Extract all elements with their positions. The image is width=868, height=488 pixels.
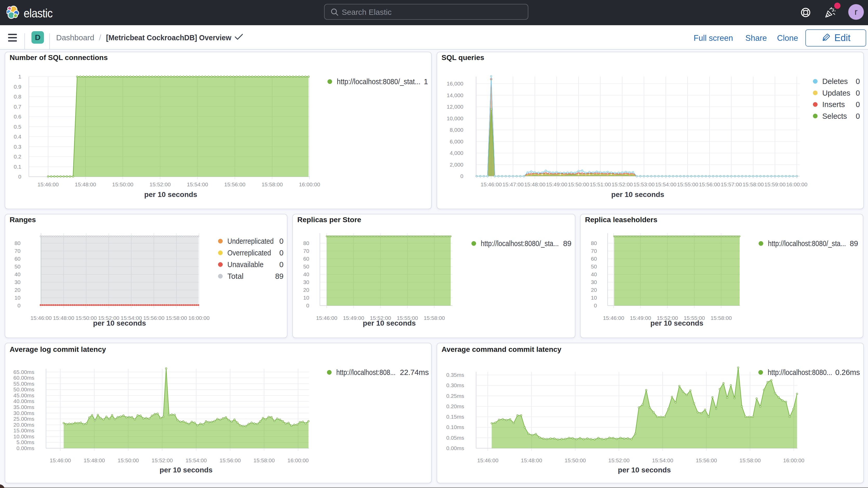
svg-text:per 10 seconds: per 10 seconds <box>363 319 416 327</box>
svg-text:50.00ms: 50.00ms <box>13 387 34 392</box>
svg-text:15:49:00: 15:49:00 <box>343 315 364 321</box>
svg-text:0.30ms: 0.30ms <box>446 382 464 388</box>
svg-text:1: 1 <box>424 78 428 86</box>
svg-text:15:57:00: 15:57:00 <box>721 181 742 187</box>
svg-text:15:46:00: 15:46:00 <box>480 181 502 187</box>
svg-text:0.6: 0.6 <box>14 114 21 120</box>
svg-text:Replica leaseholders: Replica leaseholders <box>585 216 657 224</box>
svg-text:15:48:00: 15:48:00 <box>521 457 542 463</box>
svg-text:0.10ms: 0.10ms <box>446 424 464 430</box>
svg-text:60: 60 <box>14 256 21 262</box>
svg-text:40.00ms: 40.00ms <box>13 398 34 404</box>
svg-text:15.00ms: 15.00ms <box>13 427 34 433</box>
svg-text:5.00ms: 5.00ms <box>17 439 34 445</box>
svg-text:Number of SQL connections: Number of SQL connections <box>10 54 108 62</box>
svg-text:15:54:00: 15:54:00 <box>187 181 208 187</box>
svg-text:per 10 seconds: per 10 seconds <box>160 466 213 474</box>
svg-text:15:49:00: 15:49:00 <box>630 315 651 321</box>
svg-text:50: 50 <box>14 264 21 270</box>
svg-text:per 10 seconds: per 10 seconds <box>650 319 704 327</box>
svg-text:15:52:00: 15:52:00 <box>152 457 173 463</box>
svg-text:15:50:00: 15:50:00 <box>112 181 133 187</box>
svg-text:15:48:00: 15:48:00 <box>524 181 546 187</box>
svg-text:Overreplicated: Overreplicated <box>227 249 271 257</box>
svg-text:15:58:00: 15:58:00 <box>711 315 732 321</box>
svg-text:0.8: 0.8 <box>14 94 21 99</box>
svg-text:16,000: 16,000 <box>447 81 463 87</box>
svg-text:15:58:00: 15:58:00 <box>739 457 761 463</box>
svg-text:70: 70 <box>303 248 309 254</box>
svg-text:Unavailable: Unavailable <box>227 261 264 269</box>
svg-text:20: 20 <box>14 287 21 293</box>
svg-text:Inserts: Inserts <box>822 100 845 109</box>
svg-text:16:00:00: 16:00:00 <box>188 315 210 321</box>
svg-text:15:48:00: 15:48:00 <box>75 181 96 187</box>
svg-text:40: 40 <box>303 271 309 277</box>
svg-text:15:59:00: 15:59:00 <box>764 181 786 187</box>
svg-text:6,000: 6,000 <box>450 139 463 145</box>
svg-text:15:46:00: 15:46:00 <box>316 315 337 321</box>
svg-text:89: 89 <box>850 239 858 248</box>
svg-text:0.2: 0.2 <box>14 154 21 159</box>
svg-text:15:46:00: 15:46:00 <box>37 181 59 187</box>
svg-text:16:00:00: 16:00:00 <box>786 181 807 187</box>
svg-text:10.00ms: 10.00ms <box>13 433 34 439</box>
svg-text:0: 0 <box>279 237 283 245</box>
svg-text:Average log commit latency: Average log commit latency <box>10 345 106 354</box>
svg-text:10: 10 <box>591 295 597 301</box>
svg-text:60: 60 <box>591 256 597 262</box>
svg-text:20: 20 <box>591 287 597 293</box>
svg-text:45.00ms: 45.00ms <box>13 392 34 398</box>
svg-text:4,000: 4,000 <box>450 150 463 156</box>
svg-text:http://localhost:8080/_sta...: http://localhost:8080/_sta... <box>768 239 846 248</box>
svg-text:30.00ms: 30.00ms <box>13 410 34 416</box>
svg-text:15:51:00: 15:51:00 <box>590 181 611 187</box>
svg-text:10: 10 <box>14 295 21 301</box>
svg-text:0: 0 <box>306 302 309 308</box>
svg-text:http://localhost:808...: http://localhost:808... <box>336 368 396 376</box>
svg-text:Replicas per Store: Replicas per Store <box>297 216 361 224</box>
svg-text:15:54:00: 15:54:00 <box>655 181 677 187</box>
svg-text:70: 70 <box>591 248 597 254</box>
svg-text:15:52:00: 15:52:00 <box>609 457 630 463</box>
svg-text:8,000: 8,000 <box>450 127 463 133</box>
svg-text:0: 0 <box>18 302 21 308</box>
svg-text:0: 0 <box>856 89 860 97</box>
svg-text:35.00ms: 35.00ms <box>13 404 34 410</box>
svg-text:14,000: 14,000 <box>447 92 463 98</box>
svg-text:60.00ms: 60.00ms <box>13 375 34 381</box>
svg-text:0.05ms: 0.05ms <box>446 435 464 441</box>
svg-text:0.7: 0.7 <box>14 104 21 110</box>
svg-text:0.00ms: 0.00ms <box>446 445 464 451</box>
svg-text:30: 30 <box>591 279 597 285</box>
svg-text:20: 20 <box>303 287 309 293</box>
svg-text:per 10 seconds: per 10 seconds <box>144 190 197 199</box>
svg-text:0.9: 0.9 <box>14 84 21 90</box>
svg-text:22.74ms: 22.74ms <box>400 368 429 376</box>
svg-text:80: 80 <box>303 240 309 246</box>
svg-text:30: 30 <box>14 279 21 285</box>
svg-text:15:52:00: 15:52:00 <box>149 181 171 187</box>
svg-text:65.00ms: 65.00ms <box>13 369 34 375</box>
svg-text:15:58:00: 15:58:00 <box>253 457 275 463</box>
svg-text:16:00:00: 16:00:00 <box>299 181 320 187</box>
svg-text:16:00:00: 16:00:00 <box>287 457 309 463</box>
svg-text:50: 50 <box>303 264 309 270</box>
svg-text:per 10 seconds: per 10 seconds <box>611 190 664 199</box>
svg-text:15:46:00: 15:46:00 <box>50 457 71 463</box>
svg-text:15:47:00: 15:47:00 <box>502 181 524 187</box>
svg-text:2,000: 2,000 <box>450 162 463 167</box>
svg-text:15:58:00: 15:58:00 <box>261 181 283 187</box>
svg-text:15:53:00: 15:53:00 <box>633 181 655 187</box>
svg-text:0: 0 <box>279 261 283 269</box>
svg-text:55.00ms: 55.00ms <box>13 381 34 387</box>
svg-text:http://localhost:8080/_stat...: http://localhost:8080/_stat... <box>337 78 421 86</box>
svg-text:15:48:00: 15:48:00 <box>84 457 105 463</box>
svg-text:30: 30 <box>303 279 309 285</box>
svg-text:0.25ms: 0.25ms <box>446 393 464 399</box>
svg-text:15:46:00: 15:46:00 <box>477 457 498 463</box>
svg-text:80: 80 <box>14 240 21 246</box>
svg-text:15:54:00: 15:54:00 <box>652 457 673 463</box>
svg-text:60: 60 <box>303 256 309 262</box>
svg-text:15:52:00: 15:52:00 <box>612 181 633 187</box>
